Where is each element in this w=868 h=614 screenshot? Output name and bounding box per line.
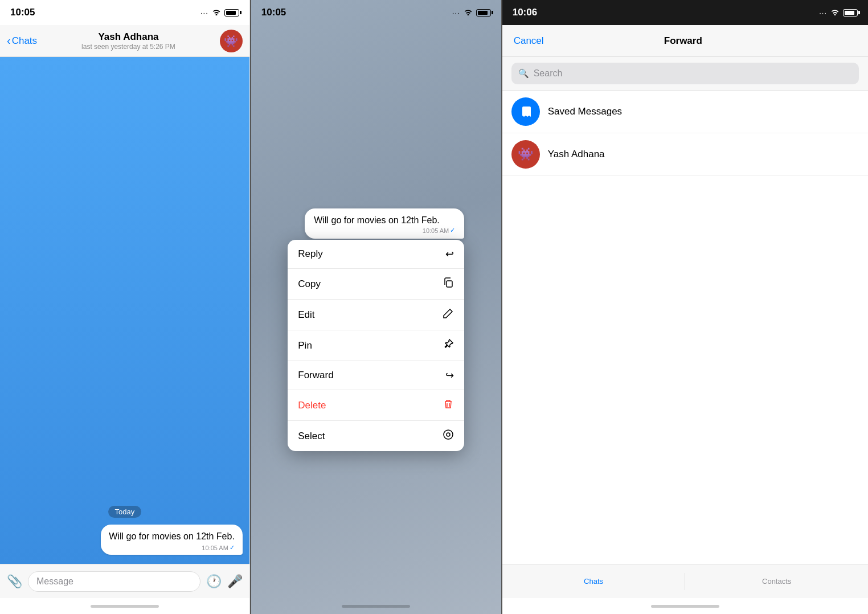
wifi-icon [212,9,221,17]
back-button[interactable]: ‹ Chats [7,34,37,47]
select-icon [443,429,454,443]
copy-label: Copy [298,279,321,290]
copy-icon [443,277,454,291]
contact-list: Saved Messages 👾 Yash Adhana [502,91,868,564]
context-menu-edit[interactable]: Edit [288,300,464,330]
forward-label: Forward [298,370,333,381]
wifi-icon-3 [830,9,840,17]
read-checkmark-icon: ✓ [230,544,235,551]
reply-label: Reply [298,248,322,260]
chat-area: Today Will go for movies on 12th Feb. 10… [0,57,249,564]
reply-icon: ↩ [445,248,454,260]
watermark: @地瓜说机 [825,598,862,608]
home-indicator-1 [91,605,159,608]
nav-center: Yash Adhana last seen yesterday at 5:26 … [42,31,215,51]
chat-subtitle: last seen yesterday at 5:26 PM [81,43,175,51]
mic-icon[interactable]: 🎤 [227,574,243,589]
context-menu-select[interactable]: Select [288,421,464,451]
emoji-icon[interactable]: 🕐 [206,574,222,589]
forward-title: Forward [664,35,702,47]
bubble-preview: Will go for movies on 12th Feb. 10:05 AM… [305,208,464,239]
cancel-button[interactable]: Cancel [514,35,544,47]
context-menu-forward[interactable]: Forward ↪ [288,361,464,390]
signal-dots-icon-2: ··· [452,9,460,17]
status-icons-1: ··· [200,9,239,17]
chat-nav-bar: ‹ Chats Yash Adhana last seen yesterday … [0,25,249,57]
contact-saved-messages[interactable]: Saved Messages [502,91,868,133]
tab-contacts[interactable]: Contacts [685,564,868,598]
context-menu-copy[interactable]: Copy [288,269,464,300]
chat-screen: 10:05 ··· ‹ Chats Yash Adhana last seen … [0,0,250,614]
forward-nav-bar: Cancel Forward [502,25,868,57]
status-bar-3: 10:06 ··· [502,0,868,25]
context-container: Will go for movies on 12th Feb. 10:05 AM… [288,208,464,451]
saved-messages-name: Saved Messages [548,106,622,117]
contact-yash-adhana[interactable]: 👾 Yash Adhana [502,133,868,176]
avatar-emoji: 👾 [224,34,238,48]
input-bar: 📎 Message 🕐 🎤 [0,564,249,598]
message-meta: 10:05 AM ✓ [109,544,235,551]
svg-point-1 [444,430,453,439]
status-time-1: 10:05 [10,7,35,18]
home-bar-2 [251,598,501,614]
chats-tab-label: Chats [584,577,603,586]
tab-chats[interactable]: Chats [502,564,685,598]
message-text: Will go for movies on 12th Feb. [109,530,235,543]
context-menu-screen: 10:05 ··· Will go for movies on 12th Feb… [251,0,501,614]
status-time-2: 10:05 [261,7,286,18]
message-bubble[interactable]: Will go for movies on 12th Feb. 10:05 AM… [101,525,243,555]
status-icons-3: ··· [819,9,858,17]
back-arrow-icon: ‹ [7,34,11,47]
back-label[interactable]: Chats [12,35,37,47]
context-menu: Reply ↩ Copy Edit [288,240,464,451]
search-icon: 🔍 [518,68,529,79]
battery-icon-2 [476,9,491,17]
battery-icon-3 [843,9,858,17]
wifi-icon-2 [464,9,473,17]
status-time-3: 10:06 [513,7,537,18]
delete-icon [443,398,454,412]
saved-messages-avatar [511,97,540,126]
context-menu-reply[interactable]: Reply ↩ [288,240,464,269]
message-input[interactable]: Message [28,571,200,592]
contact-avatar-nav[interactable]: 👾 [220,30,243,52]
home-bar-1 [0,598,249,614]
date-badge: Today [108,506,142,518]
pin-icon [443,338,454,353]
signal-dots-icon-3: ··· [819,9,827,17]
yash-adhana-name: Yash Adhana [548,149,605,160]
svg-rect-0 [447,281,452,287]
contacts-tab-label: Contacts [762,577,791,586]
search-bar-container: 🔍 Search [502,57,868,91]
status-bar-1: 10:05 ··· [0,0,249,25]
context-menu-delete[interactable]: Delete [288,390,464,421]
message-time: 10:05 AM [202,545,228,551]
yash-avatar: 👾 [511,140,540,169]
signal-dots-icon: ··· [200,9,208,17]
bubble-checkmark-icon: ✓ [450,227,455,234]
status-bar-2: 10:05 ··· [251,0,501,25]
search-placeholder: Search [534,68,563,79]
forward-icon: ↪ [445,369,454,382]
search-bar[interactable]: 🔍 Search [511,63,859,84]
battery-icon [224,9,239,17]
pin-label: Pin [298,340,312,351]
chat-title: Yash Adhana [98,31,158,43]
tab-bar: Chats Contacts [502,564,868,598]
home-bar-3 [502,598,868,614]
bubble-time: 10:05 AM [423,227,449,234]
context-menu-pin[interactable]: Pin [288,330,464,361]
home-indicator-2 [342,605,410,608]
select-label: Select [298,431,325,442]
status-icons-2: ··· [452,9,491,17]
forward-screen: 10:06 ··· Cancel Forward 🔍 Search [502,0,868,614]
bubble-preview-meta: 10:05 AM ✓ [314,227,455,234]
yash-avatar-emoji: 👾 [518,147,533,162]
attachment-icon[interactable]: 📎 [7,574,22,589]
bubble-preview-text: Will go for movies on 12th Feb. [314,215,455,226]
edit-icon [443,308,454,322]
home-indicator-3 [651,605,719,608]
message-placeholder: Message [36,576,73,587]
svg-point-2 [447,433,450,436]
edit-label: Edit [298,309,314,321]
